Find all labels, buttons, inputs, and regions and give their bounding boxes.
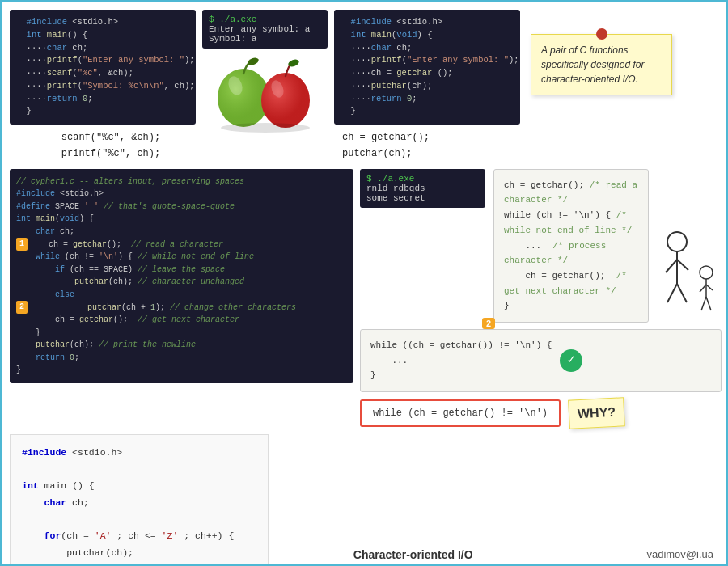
green-checkmark: ✓ xyxy=(560,349,582,372)
badge-1: 1 xyxy=(16,238,28,251)
svg-point-9 xyxy=(667,232,687,251)
stick-figure-svg xyxy=(659,226,720,323)
cypher-panel: // cypher1.c -- alters input, preserving… xyxy=(10,169,353,428)
terminal-line1: Enter any symbol: a xyxy=(209,24,321,34)
apples-svg xyxy=(205,53,326,134)
svg-point-2 xyxy=(247,57,260,66)
svg-point-8 xyxy=(221,123,310,133)
terminal-middle-wrapper: $ ./a.exe rnld rdbqds some secret 2 xyxy=(360,169,485,323)
why-label: WHY? xyxy=(578,405,616,420)
footer: Character-oriented I/O vadimov@i.ua xyxy=(2,548,728,561)
bottom-left-code: #include <stdio.h> int main () { char ch… xyxy=(10,434,269,566)
svg-line-14 xyxy=(677,284,687,302)
scanf-label: scanf("%c", &ch); xyxy=(61,129,160,146)
svg-point-15 xyxy=(700,266,713,279)
svg-line-12 xyxy=(677,260,688,270)
footer-spacer xyxy=(18,548,180,561)
putchar-label: putchar(ch); xyxy=(342,146,430,162)
svg-line-20 xyxy=(706,297,711,310)
apple-area: $ ./a.exe Enter any symbol: a Symbol: a xyxy=(202,10,328,134)
why-sticky: WHY? xyxy=(568,397,625,429)
while-wrong-code: while (ch = getchar() != '\n') xyxy=(373,408,548,419)
cypher-code: // cypher1.c -- alters input, preserving… xyxy=(10,169,353,383)
svg-line-17 xyxy=(700,285,706,292)
terminal-middle: $ ./a.exe rnld rdbqds some secret xyxy=(360,169,485,208)
code-comment-block: ch = getchar(); /* read a character */ w… xyxy=(493,169,649,323)
svg-point-4 xyxy=(261,73,310,128)
scanf-printf-labels: scanf("%c", &ch); printf("%c", ch); xyxy=(45,129,160,163)
sticky-note-text: A pair of C functions specifically desig… xyxy=(541,44,644,85)
bottom-row: #include <stdio.h> int main () { char ch… xyxy=(10,434,722,566)
badge-overlay-2: 2 xyxy=(482,318,495,329)
getchar-label: ch = getchar(); xyxy=(342,129,430,146)
svg-line-13 xyxy=(667,284,677,302)
top-right-code: #include <stdio.h> int main(void) { ····… xyxy=(334,10,520,125)
apple-image xyxy=(202,53,328,134)
svg-line-18 xyxy=(706,285,713,290)
while-wrong-block: while (ch = getchar() != '\n') xyxy=(360,399,561,427)
middle-right: $ ./a.exe rnld rdbqds some secret 2 ch =… xyxy=(360,169,722,428)
top-left-code: #include <stdio.h> int main() { ····char… xyxy=(10,10,196,125)
while-correct-code: while ((ch = getchar()) != '\n') { ... } xyxy=(370,338,552,383)
top-right-panel: #include <stdio.h> int main(void) { ····… xyxy=(334,10,520,163)
main-container: #include <stdio.h> int main() { ····char… xyxy=(2,2,728,566)
footer-email: vadimov@i.ua xyxy=(646,548,713,561)
terminal-prompt: $ ./a.exe xyxy=(209,15,321,24)
terminal-line2: Symbol: a xyxy=(209,34,321,44)
getchar-putchar-labels: ch = getchar(); putchar(ch); xyxy=(334,129,430,163)
badge-2: 2 xyxy=(16,301,28,314)
stick-figure-area xyxy=(657,169,722,323)
middle-right-content: $ ./a.exe rnld rdbqds some secret 2 ch =… xyxy=(360,169,722,323)
while-correct-block: while ((ch = getchar()) != '\n') { ... }… xyxy=(360,329,722,392)
top-row: #include <stdio.h> int main() { ····char… xyxy=(10,10,722,163)
svg-line-19 xyxy=(701,297,706,310)
terminal-top: $ ./a.exe Enter any symbol: a Symbol: a xyxy=(202,10,328,49)
sticky-note-top: A pair of C functions specifically desig… xyxy=(531,34,672,95)
while-wrong-row: while (ch = getchar() != '\n') WHY? xyxy=(360,399,722,428)
footer-title: Character-oriented I/O xyxy=(353,548,473,561)
top-left-panel: #include <stdio.h> int main() { ····char… xyxy=(10,10,196,163)
middle-row: // cypher1.c -- alters input, preserving… xyxy=(10,169,722,428)
svg-line-11 xyxy=(666,260,677,272)
printf-label: printf("%c", ch); xyxy=(61,146,160,162)
